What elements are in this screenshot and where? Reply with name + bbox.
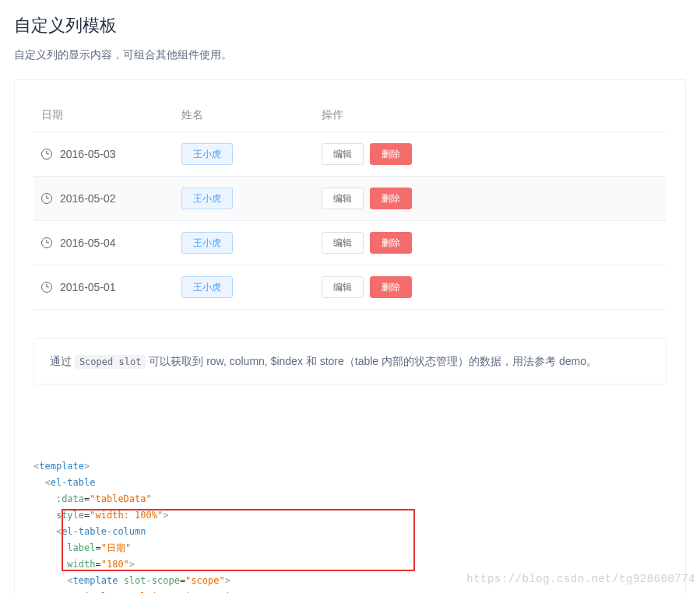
demo-table: 日期 姓名 操作 2016-05-03王小虎编辑删除2016-05-02王小虎编… — [33, 99, 667, 310]
delete-button[interactable]: 删除 — [370, 188, 412, 209]
code-block: <template> <el-table :data="tableData" s… — [33, 409, 667, 593]
delete-button[interactable]: 删除 — [370, 232, 412, 254]
clock-icon — [41, 237, 52, 248]
note-pre: 通过 — [50, 355, 75, 367]
edit-button[interactable]: 编辑 — [322, 232, 364, 254]
name-button[interactable]: 王小虎 — [181, 232, 233, 254]
watermark: https://blog.csdn.net/tg928600774 — [466, 573, 695, 585]
page-subtitle: 自定义列的显示内容，可组合其他组件使用。 — [14, 48, 686, 62]
note-code: Scoped slot — [75, 355, 146, 369]
date-text: 2016-05-02 — [60, 192, 116, 205]
edit-button[interactable]: 编辑 — [322, 276, 364, 298]
edit-button[interactable]: 编辑 — [322, 143, 364, 165]
code-line: <el-table — [33, 475, 667, 491]
clock-icon — [41, 149, 52, 160]
date-text: 2016-05-01 — [60, 281, 116, 293]
date-text: 2016-05-04 — [60, 237, 116, 249]
delete-button[interactable]: 删除 — [370, 143, 412, 165]
col-header-name: 姓名 — [174, 99, 314, 132]
table-row: 2016-05-01王小虎编辑删除 — [33, 265, 667, 310]
demo-container: 日期 姓名 操作 2016-05-03王小虎编辑删除2016-05-02王小虎编… — [14, 79, 686, 593]
code-line: label="日期" — [33, 540, 667, 556]
table-row: 2016-05-03王小虎编辑删除 — [33, 132, 667, 177]
note-box: 通过 Scoped slot 可以获取到 row, column, $index… — [33, 338, 667, 384]
code-line: <i class="el-icon-time"></i> — [33, 589, 667, 593]
clock-icon — [41, 193, 52, 204]
table-row: 2016-05-04王小虎编辑删除 — [33, 221, 667, 265]
date-text: 2016-05-03 — [60, 148, 116, 160]
delete-button[interactable]: 删除 — [370, 276, 412, 298]
code-line: :data="tableData" — [33, 491, 667, 507]
name-button[interactable]: 王小虎 — [181, 188, 233, 209]
page-title: 自定义列模板 — [14, 14, 686, 37]
code-line: style="width: 100%"> — [33, 507, 667, 524]
col-header-date: 日期 — [33, 99, 174, 132]
code-line: <template> — [33, 458, 667, 475]
code-line: width="180"> — [33, 556, 667, 573]
table-row: 2016-05-02王小虎编辑删除 — [33, 177, 667, 221]
name-button[interactable]: 王小虎 — [181, 276, 233, 298]
edit-button[interactable]: 编辑 — [322, 188, 364, 209]
code-line: <el-table-column — [33, 524, 667, 540]
note-post: 可以获取到 row, column, $index 和 store（table … — [146, 355, 597, 367]
col-header-op: 操作 — [314, 99, 667, 132]
name-button[interactable]: 王小虎 — [181, 143, 233, 165]
clock-icon — [41, 282, 52, 293]
